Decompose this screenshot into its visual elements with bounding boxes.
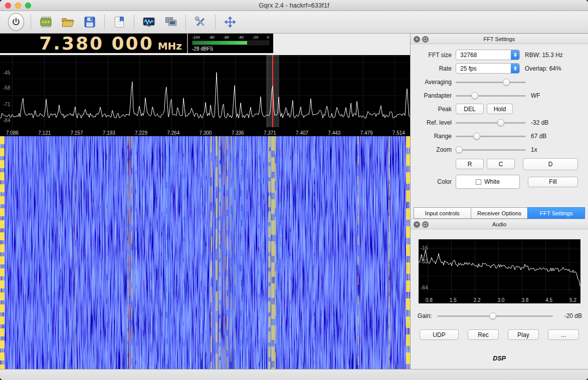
- audio-x-tick: 1.5: [450, 297, 457, 303]
- fft-x-tick: 7.157: [70, 130, 83, 136]
- fft-x-tick: 7.514: [393, 130, 405, 136]
- fft-settings-dock: × FFT Settings FFT size 32768 RBW: 15.3 …: [411, 34, 588, 219]
- averaging-slider[interactable]: [456, 78, 526, 87]
- statusbar: [0, 369, 588, 380]
- frequency-digits[interactable]: 7.380 000: [39, 34, 154, 53]
- tab-fft-settings[interactable]: FFT Settings: [527, 207, 585, 219]
- averaging-row: Averaging: [411, 75, 588, 89]
- color-value: White: [484, 178, 500, 185]
- dsp-scope-button[interactable]: [138, 12, 160, 32]
- play-button[interactable]: Play: [508, 329, 539, 340]
- bookmarks-icon: [113, 16, 126, 29]
- audio-trace: [419, 239, 580, 294]
- wf-label: WF: [531, 92, 540, 99]
- demod-button[interactable]: D: [523, 158, 578, 170]
- audio-dock-close-button[interactable]: ×: [414, 221, 420, 228]
- tab-input-controls[interactable]: Input controls: [414, 207, 471, 219]
- close-window-button[interactable]: [5, 3, 11, 9]
- receiver-display-area: 7.380 000 MHz -100 -80 -60 -40 -20 0 -28…: [0, 34, 410, 369]
- frequency-display[interactable]: 7.380 000 MHz: [0, 34, 188, 53]
- meter-tick: -80: [209, 35, 215, 40]
- fft-x-tick: 7.443: [328, 130, 340, 136]
- fft-x-tick: 7.479: [360, 130, 373, 136]
- audio-fft-plot[interactable]: -16 -32 -64 0.8 1.5 2.2 3.0 3.8 4.5 5.2: [419, 239, 580, 303]
- save-file-icon: [83, 16, 96, 29]
- tab-receiver-options[interactable]: Receiver Options: [471, 207, 528, 219]
- color-label: Color: [412, 178, 452, 185]
- gqrx-window: Gqrx 2.4 - hackrf=633f1f: [0, 0, 588, 380]
- range-value: 67 dB: [531, 133, 546, 140]
- ref-level-slider[interactable]: [456, 118, 526, 127]
- dock-panel: × FFT Settings FFT size 32768 RBW: 15.3 …: [410, 34, 588, 369]
- signal-meter: -100 -80 -60 -40 -20 0 -28 dBFS: [188, 34, 273, 53]
- fft-dock-close-button[interactable]: ×: [414, 36, 420, 43]
- reset-button[interactable]: R: [456, 159, 484, 169]
- tools-button[interactable]: [189, 12, 212, 32]
- gain-label: Gain:: [418, 312, 432, 319]
- rate-combobox[interactable]: 25 fps: [456, 63, 520, 74]
- fullscreen-button[interactable]: [219, 12, 241, 32]
- dock-tab-bar: Input controls Receiver Options FFT Sett…: [411, 207, 588, 219]
- audio-dock-float-button[interactable]: [422, 221, 429, 228]
- fill-button[interactable]: Fill: [528, 177, 578, 187]
- zoom-row: Zoom 1x: [411, 143, 588, 156]
- color-combobox[interactable]: White: [456, 175, 520, 189]
- meter-tick: -20: [253, 35, 259, 40]
- stepper-arrows-icon[interactable]: [511, 64, 519, 73]
- zoom-label: Zoom: [412, 146, 452, 153]
- bookmarks-button[interactable]: [108, 12, 130, 32]
- fft-size-value: 32768: [456, 52, 511, 59]
- averaging-label: Averaging: [412, 79, 452, 86]
- fft-x-tick: 7.371: [264, 130, 276, 136]
- pandapter-row: Pandapter WF: [411, 89, 588, 102]
- tools-icon: [194, 16, 207, 29]
- rec-button[interactable]: Rec: [468, 329, 499, 340]
- fft-settings-rows: FFT size 32768 RBW: 15.3 Hz Rate 25 fps …: [411, 44, 588, 190]
- meter-tick: -100: [192, 35, 200, 40]
- center-button[interactable]: C: [487, 159, 515, 169]
- fft-plot[interactable]: -45 -58 -71 -84 7.086 7.121 7.157 7.193 …: [0, 55, 410, 136]
- open-file-button[interactable]: [57, 12, 79, 32]
- range-label: Range: [412, 133, 452, 140]
- audio-dock: × Audio -16 -32 -64 0.8 1.5 2.2 3.0: [411, 219, 588, 369]
- pandapter-label: Pandapter: [412, 92, 452, 99]
- fft-trace: [0, 55, 410, 127]
- power-button[interactable]: [5, 12, 27, 32]
- gain-slider[interactable]: [437, 311, 553, 320]
- audio-buttons: UDP Rec Play ...: [420, 329, 579, 340]
- dsp-scope-icon: [142, 16, 155, 29]
- ref-level-row: Ref. level -32 dB: [411, 116, 588, 129]
- rcd-row: R C D: [411, 157, 588, 171]
- pandapter-slider[interactable]: [456, 91, 526, 100]
- waterfall[interactable]: [0, 136, 410, 369]
- fft-size-combobox[interactable]: 32768: [456, 50, 520, 60]
- zoom-window-button[interactable]: [25, 3, 31, 9]
- gain-value: -20 dB: [558, 312, 582, 319]
- fft-size-row: FFT size 32768 RBW: 15.3 Hz: [411, 48, 588, 62]
- meter-reading: -28 dBFS: [192, 46, 269, 52]
- fft-settings-header: × FFT Settings: [411, 34, 588, 44]
- peak-label: Peak: [412, 106, 452, 113]
- udp-button[interactable]: UDP: [420, 329, 459, 340]
- ref-level-label: Ref. level: [412, 119, 452, 126]
- zoom-slider[interactable]: [456, 145, 526, 154]
- peak-hold-button[interactable]: Hold: [487, 104, 513, 114]
- fft-dock-float-button[interactable]: [422, 36, 429, 43]
- stepper-arrows-icon[interactable]: [511, 50, 519, 60]
- minimize-window-button[interactable]: [15, 3, 21, 9]
- audio-x-tick: 3.0: [498, 297, 505, 303]
- save-file-button[interactable]: [79, 12, 101, 32]
- peak-del-button[interactable]: DEL: [456, 104, 484, 114]
- toolbar: [0, 11, 588, 34]
- rbw-value: RBW: 15.3 Hz: [525, 52, 563, 59]
- io-devices-button[interactable]: [35, 12, 57, 32]
- remote-control-button[interactable]: [160, 12, 182, 32]
- peak-row: Peak DEL Hold: [411, 102, 588, 116]
- rate-value: 25 fps: [456, 65, 511, 72]
- ref-level-value: -32 dB: [531, 119, 548, 126]
- more-button[interactable]: ...: [548, 329, 579, 340]
- range-slider[interactable]: [456, 132, 526, 141]
- audio-title: Audio: [492, 221, 506, 227]
- gain-row: Gain: -20 dB: [418, 311, 582, 320]
- fft-size-label: FFT size: [412, 52, 452, 59]
